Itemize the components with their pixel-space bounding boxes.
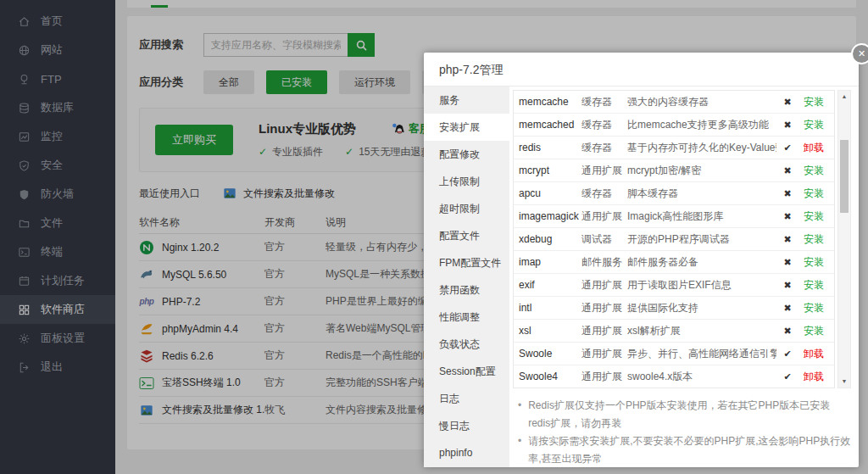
modal-tab-config-edit[interactable]: 配置修改	[424, 141, 509, 168]
extension-desc: swoole4.x版本	[627, 370, 776, 384]
extension-row: Swoole4 通用扩展 swoole4.x版本 ✔ 卸载	[514, 365, 834, 388]
extension-name: imap	[519, 256, 581, 268]
extension-action-link[interactable]: 安装	[798, 324, 829, 338]
extension-type: 通用扩展	[581, 209, 627, 224]
installed-status-icon: ✖	[776, 188, 798, 199]
extension-row: memcached 缓存器 比memcache支持更多高级功能 ✖ 安装	[514, 114, 834, 137]
scrollbar[interactable]: ▲ ▼	[837, 90, 851, 388]
php-manage-modal: ✕ php-7.2管理 服务安装扩展配置修改上传限制超时限制配置文件FPM配置文…	[424, 53, 859, 467]
scroll-down-icon[interactable]: ▼	[838, 376, 850, 388]
extension-name: mcrypt	[519, 165, 581, 176]
extension-type: 通用扩展	[581, 278, 627, 293]
extension-type: 缓存器	[581, 118, 627, 132]
extension-desc: 异步、并行、高性能网络通信引擎	[627, 347, 776, 361]
extension-name: Swoole	[519, 348, 581, 360]
extension-table: memcache 缓存器 强大的内容缓存器 ✖ 安装 memcached 缓存器…	[513, 90, 835, 388]
extension-row: intl 通用扩展 提供国际化支持 ✖ 安装	[514, 297, 834, 320]
extension-row: mcrypt 通用扩展 mcrypt加密/解密 ✖ 安装	[514, 159, 834, 182]
extension-action-link[interactable]: 安装	[798, 278, 829, 293]
bullet-icon: •	[518, 432, 521, 467]
extension-desc: 强大的内容缓存器	[627, 95, 776, 109]
modal-tab-log[interactable]: 日志	[424, 385, 509, 412]
modal-tab-fpm-config[interactable]: FPM配置文件	[424, 249, 509, 276]
modal-tab-phpinfo[interactable]: phpinfo	[424, 439, 509, 466]
installed-status-icon: ✖	[776, 211, 798, 222]
extension-type: 缓存器	[581, 95, 627, 109]
extension-row: imap 邮件服务 邮件服务器必备 ✖ 安装	[514, 251, 834, 274]
modal-tab-upload-limit[interactable]: 上传限制	[424, 168, 509, 195]
extension-action-link[interactable]: 安装	[798, 118, 829, 132]
extension-row: memcache 缓存器 强大的内容缓存器 ✖ 安装	[514, 91, 834, 114]
extension-action-link[interactable]: 安装	[798, 301, 829, 315]
extension-row: exif 通用扩展 用于读取图片EXIF信息 ✖ 安装	[514, 274, 834, 297]
installed-status-icon: ✖	[776, 280, 798, 291]
modal-tab-performance[interactable]: 性能调整	[424, 304, 509, 331]
extension-desc: 基于内存亦可持久化的Key-Value数据库	[627, 141, 776, 155]
scrollbar-thumb[interactable]	[840, 140, 849, 213]
install-extensions-panel: memcache 缓存器 强大的内容缓存器 ✖ 安装 memcached 缓存器…	[509, 86, 859, 467]
scroll-up-icon[interactable]: ▲	[838, 91, 850, 103]
extension-desc: mcrypt加密/解密	[627, 164, 776, 178]
extension-type: 通用扩展	[581, 301, 627, 315]
extension-row: imagemagick 通用扩展 Imagick高性能图形库 ✖ 安装	[514, 205, 834, 228]
extension-name: xdebug	[519, 233, 581, 245]
extension-row: xsl 通用扩展 xsl解析扩展 ✖ 安装	[514, 320, 834, 343]
extension-desc: 脚本缓存器	[627, 187, 776, 201]
extension-desc: Imagick高性能图形库	[627, 209, 776, 224]
modal-tab-session-config[interactable]: Session配置	[424, 358, 509, 385]
extension-desc: 开源的PHP程序调试器	[627, 232, 776, 247]
extension-action-link[interactable]: 安装	[798, 95, 829, 109]
extension-action-link[interactable]: 卸载	[798, 370, 829, 384]
installed-status-icon: ✖	[776, 303, 798, 314]
extension-desc: 提供国际化支持	[627, 301, 776, 315]
extension-name: memcached	[519, 119, 581, 131]
extension-name: intl	[519, 302, 581, 314]
extension-type: 通用扩展	[581, 347, 627, 361]
extension-action-link[interactable]: 安装	[798, 187, 829, 201]
installed-status-icon: ✖	[776, 97, 798, 108]
extension-action-link[interactable]: 安装	[798, 255, 829, 270]
extension-action-link[interactable]: 安装	[798, 164, 829, 178]
installed-status-icon: ✔	[776, 371, 798, 382]
extension-row: Swoole 通用扩展 异步、并行、高性能网络通信引擎 ✔ 卸载	[514, 343, 834, 365]
note-text: 请按实际需求安装扩展,不要安装不必要的PHP扩展,这会影响PHP执行效率,甚至出…	[528, 432, 851, 467]
extension-type: 通用扩展	[581, 324, 627, 338]
note-item: • Redis扩展仅支持一个PHP版本安装使用，若在其它PHP版本已安装redi…	[518, 397, 851, 432]
modal-tab-install-ext[interactable]: 安装扩展	[424, 114, 509, 141]
modal-tab-load-status[interactable]: 负载状态	[424, 331, 509, 358]
extension-name: exif	[519, 279, 581, 291]
extension-action-link[interactable]: 安装	[798, 209, 829, 224]
modal-tab-disabled-functions[interactable]: 禁用函数	[424, 276, 509, 304]
extension-action-link[interactable]: 卸载	[798, 347, 829, 361]
extension-action-link[interactable]: 安装	[798, 232, 829, 247]
extension-type: 缓存器	[581, 187, 627, 201]
installed-status-icon: ✔	[776, 142, 798, 153]
extension-name: apcu	[519, 187, 581, 199]
installed-status-icon: ✖	[776, 234, 798, 245]
modal-tab-timeout-limit[interactable]: 超时限制	[424, 195, 509, 222]
modal-tab-config-file[interactable]: 配置文件	[424, 222, 509, 249]
extension-row: apcu 缓存器 脚本缓存器 ✖ 安装	[514, 182, 834, 205]
installed-status-icon: ✖	[776, 165, 798, 176]
extension-name: redis	[519, 142, 581, 153]
extension-name: xsl	[519, 325, 581, 337]
extension-name: imagemagick	[519, 210, 581, 222]
extension-desc: 比memcache支持更多高级功能	[627, 118, 776, 132]
extension-type: 通用扩展	[581, 370, 627, 384]
extension-row: redis 缓存器 基于内存亦可持久化的Key-Value数据库 ✔ 卸载	[514, 137, 834, 159]
installed-status-icon: ✖	[776, 326, 798, 337]
close-icon[interactable]: ✕	[851, 43, 868, 64]
extension-type: 邮件服务	[581, 255, 627, 270]
modal-tab-slow-log[interactable]: 慢日志	[424, 412, 509, 439]
extension-type: 通用扩展	[581, 164, 627, 178]
note-text: Redis扩展仅支持一个PHP版本安装使用，若在其它PHP版本已安装redis扩…	[528, 397, 851, 432]
modal-tab-list: 服务安装扩展配置修改上传限制超时限制配置文件FPM配置文件禁用函数性能调整负载状…	[424, 86, 509, 467]
extension-row: xdebug 调试器 开源的PHP程序调试器 ✖ 安装	[514, 228, 834, 251]
extension-desc: 用于读取图片EXIF信息	[627, 278, 776, 293]
extension-action-link[interactable]: 卸载	[798, 141, 829, 155]
extension-desc: 邮件服务器必备	[627, 255, 776, 270]
modal-tab-service[interactable]: 服务	[424, 86, 509, 114]
installed-status-icon: ✖	[776, 257, 798, 268]
extension-name: memcache	[519, 96, 581, 108]
extension-type: 缓存器	[581, 141, 627, 155]
